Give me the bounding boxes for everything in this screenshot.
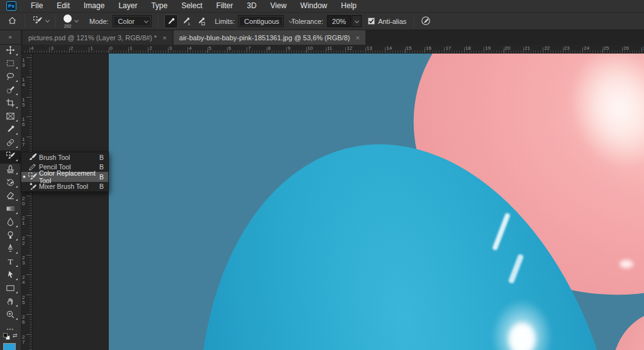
eraser-tool[interactable] (0, 190, 21, 203)
ruler-number: 2 0 (22, 196, 25, 206)
brush-preset-picker[interactable]: 292 (64, 14, 72, 28)
photoshop-logo: Ps (6, 1, 16, 11)
quick-selection-icon (6, 85, 15, 97)
type-icon: T (6, 257, 15, 269)
home-icon[interactable] (8, 16, 17, 26)
ruler-number: 2 7 (22, 335, 25, 345)
flyout-indicator (16, 212, 18, 214)
flyout-item-color-replacement-tool[interactable]: ●Color Replacement ToolB (21, 172, 108, 182)
divider (414, 14, 414, 28)
menu-window[interactable]: Window (294, 0, 335, 12)
flyout-indicator (16, 318, 18, 320)
default-swap-colors[interactable]: ⇄ (3, 332, 19, 341)
path-selection-icon (6, 270, 15, 282)
limits-select[interactable]: Contiguous (238, 15, 284, 27)
rectangular-marquee-tool[interactable] (0, 58, 21, 71)
ruler-number: 1 7 (22, 137, 25, 147)
tolerance-input[interactable] (330, 18, 348, 25)
pen-tool[interactable] (0, 243, 21, 256)
horizontal-ruler[interactable]: 4321012345678910111213141516171819202122… (21, 45, 644, 54)
sampling-continuous-button[interactable] (164, 14, 178, 28)
flyout-item-brush-tool[interactable]: Brush ToolB (21, 152, 108, 162)
menu-edit[interactable]: Edit (50, 0, 77, 12)
menu-3d[interactable]: 3D (240, 0, 263, 12)
frame-tool[interactable] (0, 111, 21, 124)
lasso-icon (6, 72, 15, 84)
menu-help[interactable]: Help (334, 0, 364, 12)
pink-balloon-corner (612, 310, 644, 350)
flyout-indicator (16, 80, 18, 82)
document-tab-active[interactable]: air-baby-blue-baby-pink-1851361.jpg @ 53… (174, 30, 365, 45)
rectangle-tool[interactable] (0, 283, 21, 296)
tab-close-icon[interactable]: × (355, 35, 359, 41)
vertical-ruler[interactable]: 1 31 41 51 61 71 81 92 02 12 22 32 42 52… (21, 54, 33, 350)
swap-colors-icon: ⇄ (13, 332, 18, 339)
crop-tool[interactable] (0, 98, 21, 111)
path-selection-tool[interactable] (0, 269, 21, 283)
flyout-indicator (16, 106, 18, 108)
flyout-item-mixer-brush-tool[interactable]: Mixer Brush ToolB (21, 182, 108, 192)
ruler-number: 2 3 (22, 256, 25, 266)
chevron-down-icon (354, 18, 360, 25)
mixer-brush-icon (27, 182, 38, 191)
clone-stamp-tool[interactable] (0, 164, 21, 177)
document-tab[interactable]: pictures.psd @ 121% (Layer 3, RGB/8#) *× (23, 30, 172, 45)
blur-tool[interactable] (0, 217, 21, 230)
flyout-indicator (16, 146, 18, 148)
ruler-number: 25 (604, 45, 609, 51)
edit-toolbar-button[interactable]: ... (0, 322, 21, 332)
dodge-tool[interactable] (0, 230, 21, 243)
brush-tool[interactable] (0, 150, 21, 164)
lasso-tool[interactable] (0, 71, 21, 84)
brush-size-value: 292 (64, 24, 72, 28)
move-tool[interactable] (0, 45, 21, 58)
zoom-tool[interactable] (0, 309, 21, 322)
gradient-tool[interactable] (0, 203, 21, 217)
toolbar-collapse-button[interactable]: » (0, 30, 21, 45)
history-brush-tool[interactable] (0, 177, 21, 190)
quick-selection-tool[interactable] (0, 84, 21, 98)
chevron-down-icon[interactable] (74, 19, 79, 23)
menu-image[interactable]: Image (77, 0, 111, 12)
tolerance-dropdown-button[interactable] (352, 15, 362, 27)
brush-tool-flyout-menu: Brush ToolBPencil ToolB●Color Replacemen… (21, 152, 109, 192)
clone-stamp-icon (6, 164, 15, 176)
mode-select[interactable]: Color (113, 15, 152, 27)
spot-healing-brush-tool[interactable] (0, 137, 21, 150)
flyout-indicator (16, 278, 18, 280)
dodge-icon (6, 230, 15, 242)
anti-alias-checkbox[interactable] (368, 18, 375, 25)
ruler-number: 3 (169, 45, 172, 51)
menu-layer[interactable]: Layer (111, 0, 144, 12)
sampling-background-swatch-button[interactable] (194, 14, 208, 28)
document-canvas[interactable] (109, 54, 644, 350)
ruler-number: 8 (268, 45, 270, 51)
sampling-once-button[interactable]: 1 (179, 14, 193, 28)
tool-preset-picker[interactable] (33, 16, 50, 27)
foreground-color-swatch[interactable] (3, 343, 16, 350)
tab-close-icon[interactable]: × (162, 35, 166, 41)
menu-view[interactable]: View (264, 0, 294, 12)
type-tool[interactable]: T (0, 256, 21, 269)
hand-icon (6, 296, 15, 308)
chevron-down-icon (143, 18, 149, 25)
flyout-item-label: Brush Tool (38, 154, 99, 161)
pressure-size-toggle[interactable] (421, 16, 431, 27)
ruler-number: 4 (31, 45, 33, 51)
eyedropper-tool[interactable] (0, 124, 21, 137)
double-chevron-icon: » (8, 34, 12, 40)
ruler-number: 10 (308, 45, 313, 51)
ruler-number: 1 6 (22, 117, 25, 127)
divider (25, 14, 25, 28)
menu-file[interactable]: File (24, 0, 50, 12)
ruler-number: 2 5 (22, 295, 25, 305)
menu-type[interactable]: Type (144, 0, 174, 12)
ruler-number: 7 (248, 45, 250, 51)
menu-select[interactable]: Select (174, 0, 209, 12)
limits-label: Limits: (215, 18, 235, 25)
ruler-number: 2 4 (22, 275, 25, 285)
hand-tool[interactable] (0, 296, 21, 309)
menu-filter[interactable]: Filter (209, 0, 240, 12)
brush-tip-preview (64, 14, 72, 23)
tolerance-field[interactable] (327, 15, 351, 27)
